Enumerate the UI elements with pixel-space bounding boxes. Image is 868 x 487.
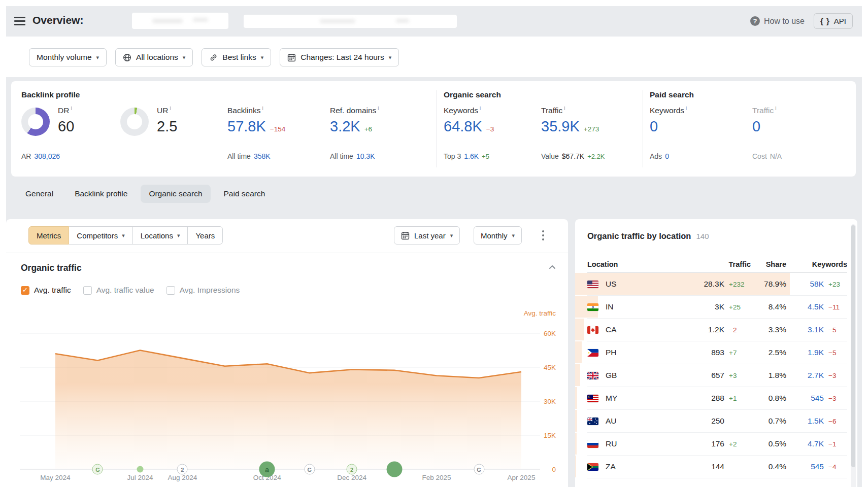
redacted-target-domain[interactable] bbox=[132, 13, 228, 29]
question-circle-icon: ? bbox=[750, 16, 760, 26]
traffic-value: 657 bbox=[685, 371, 724, 380]
paid-traffic-label: Traffic bbox=[752, 106, 774, 115]
toggle-avg-traffic-value[interactable]: Avg. traffic value bbox=[83, 286, 154, 295]
tab-backlink-profile[interactable]: Backlink profile bbox=[66, 185, 136, 203]
country-code: ZA bbox=[606, 462, 685, 471]
timeline-badge-icon[interactable]: 2 bbox=[347, 464, 357, 475]
ar-value[interactable]: 308,026 bbox=[34, 152, 60, 160]
refdomains-value[interactable]: 3.2K bbox=[330, 118, 360, 135]
filter-button-monthly-volume[interactable]: Monthly volume▾ bbox=[29, 48, 107, 66]
keywords-value[interactable]: 4.7K bbox=[786, 439, 824, 448]
keywords-value[interactable]: 1.9K bbox=[786, 348, 824, 357]
how-to-use-link[interactable]: ? How to use bbox=[750, 16, 805, 26]
filter-button-all-locations[interactable]: All locations▾ bbox=[115, 48, 193, 66]
collapse-chevron-icon[interactable] bbox=[548, 263, 557, 272]
toggle-avg-impressions[interactable]: Avg. Impressions bbox=[166, 286, 240, 295]
timeline-dot-icon[interactable] bbox=[386, 462, 402, 477]
redacted-compare-domain[interactable] bbox=[244, 15, 457, 28]
timeline-badge-icon[interactable]: G bbox=[304, 464, 315, 475]
timeline-badge-icon[interactable]: 2 bbox=[177, 464, 188, 475]
location-row-us[interactable]: US28.3K+23278.9%58K+23 bbox=[587, 273, 847, 296]
share-value: 8.4% bbox=[751, 302, 786, 311]
column-header-keywords[interactable]: Keywords bbox=[786, 260, 847, 268]
location-row-ru[interactable]: RU176+20.5%4.7K−1 bbox=[587, 433, 847, 456]
tab-organic-search[interactable]: Organic search bbox=[141, 185, 210, 203]
filter-button-changes-last-24-hours[interactable]: Changes: Last 24 hours▾ bbox=[280, 48, 399, 66]
header-actions: ? How to use { } API bbox=[750, 13, 853, 29]
column-header-traffic[interactable]: Traffic bbox=[685, 260, 751, 268]
timeline-dot-icon[interactable] bbox=[137, 466, 143, 473]
location-row-in[interactable]: IN3K+258.4%4.5K−11 bbox=[587, 296, 847, 319]
date-range-label: Last year bbox=[414, 231, 446, 240]
backlinks-alltime-value[interactable]: 358K bbox=[254, 152, 271, 160]
keywords-value[interactable]: 4.5K bbox=[786, 302, 824, 311]
checkbox-icon[interactable] bbox=[83, 286, 92, 295]
refdomains-alltime-value[interactable]: 10.3K bbox=[356, 152, 375, 160]
au-flag-icon bbox=[587, 418, 606, 425]
keywords-value[interactable]: 2.7K bbox=[786, 371, 824, 380]
api-button[interactable]: { } API bbox=[814, 13, 853, 29]
backlinks-delta: −154 bbox=[270, 125, 285, 133]
toggle-avg-traffic[interactable]: Avg. traffic bbox=[21, 286, 71, 295]
chevron-down-icon: ▾ bbox=[177, 232, 180, 239]
metric-segmented-control: MetricsCompetitors▾Locations▾Years bbox=[28, 226, 223, 245]
column-header-location[interactable]: Location bbox=[587, 260, 685, 268]
paid-keywords-label: Keywords bbox=[650, 106, 684, 115]
location-row-ca[interactable]: CA1.2K−23.3%3.1K−5 bbox=[587, 319, 847, 341]
refdomains-alltime-label: All time bbox=[330, 152, 353, 160]
tab-general[interactable]: General bbox=[17, 185, 61, 203]
tab-paid-search[interactable]: Paid search bbox=[216, 185, 274, 203]
ads-value[interactable]: 0 bbox=[665, 152, 669, 160]
chevron-down-icon: ▾ bbox=[122, 232, 125, 239]
segment-locations[interactable]: Locations▾ bbox=[133, 226, 188, 245]
traffic-delta: +1 bbox=[724, 395, 751, 402]
paid-keywords-value[interactable]: 0 bbox=[650, 118, 658, 135]
y-axis-tick: 30K bbox=[544, 398, 556, 405]
organic-traffic-value[interactable]: 35.9K bbox=[541, 118, 580, 135]
segment-metrics[interactable]: Metrics bbox=[28, 226, 69, 245]
x-axis-tick: Aug 2024 bbox=[159, 474, 205, 481]
page-title: Overview: bbox=[32, 14, 83, 26]
organic-keywords-value[interactable]: 64.8K bbox=[444, 118, 482, 135]
paid-traffic-value[interactable]: 0 bbox=[752, 118, 760, 135]
chevron-down-icon: ▾ bbox=[261, 54, 264, 61]
location-row-my[interactable]: MY288+10.8%545−3 bbox=[587, 387, 847, 410]
keywords-value[interactable]: 1.5K bbox=[786, 416, 824, 426]
filter-button-best-links[interactable]: Best links▾ bbox=[202, 48, 271, 66]
checkbox-icon[interactable] bbox=[166, 286, 175, 295]
scrollbar-thumb[interactable] bbox=[851, 225, 855, 467]
ads-label: Ads bbox=[650, 152, 662, 160]
top3-label: Top 3 bbox=[444, 152, 461, 160]
location-row-au[interactable]: AU2500.7%1.5K−6 bbox=[587, 410, 847, 433]
date-range-button[interactable]: Last year ▾ bbox=[394, 226, 460, 245]
traffic-value: 3K bbox=[685, 302, 724, 311]
dr-label: DR bbox=[58, 106, 69, 115]
menu-icon[interactable] bbox=[14, 17, 25, 25]
top3-value[interactable]: 1.6K bbox=[464, 152, 479, 160]
location-row-za[interactable]: ZA1440.4%545−4 bbox=[587, 456, 847, 478]
ur-value: 2.5 bbox=[157, 118, 177, 135]
interval-button[interactable]: Monthly ▾ bbox=[474, 226, 522, 245]
toggle-label: Avg. traffic bbox=[34, 286, 71, 295]
share-value: 78.9% bbox=[751, 280, 786, 289]
backlinks-value[interactable]: 57.8K bbox=[227, 118, 266, 135]
segment-competitors[interactable]: Competitors▾ bbox=[69, 226, 132, 245]
timeline-badge-icon[interactable]: G bbox=[92, 464, 103, 475]
organic-search-title: Organic search bbox=[444, 90, 501, 99]
scrollbar[interactable] bbox=[851, 224, 856, 487]
timeline-dot-icon[interactable]: a bbox=[259, 462, 275, 477]
overview-page: Overview: ? How to use { } API Monthly v… bbox=[0, 0, 868, 487]
column-header-share[interactable]: Share bbox=[751, 260, 786, 268]
keywords-value[interactable]: 58K bbox=[786, 280, 824, 289]
location-row-ph[interactable]: PH893+72.5%1.9K−5 bbox=[587, 341, 847, 364]
country-code: AU bbox=[606, 416, 685, 426]
more-options-icon[interactable] bbox=[542, 230, 544, 242]
keywords-value[interactable]: 3.1K bbox=[786, 325, 824, 334]
x-axis-tick: Jul 2024 bbox=[117, 474, 163, 481]
location-row-gb[interactable]: GB657+31.8%2.7K−3 bbox=[587, 364, 847, 387]
keywords-value[interactable]: 545 bbox=[786, 462, 824, 471]
timeline-badge-icon[interactable]: G bbox=[474, 464, 484, 475]
checkbox-icon[interactable] bbox=[21, 286, 29, 295]
keywords-value[interactable]: 545 bbox=[786, 394, 824, 403]
segment-years[interactable]: Years bbox=[188, 226, 223, 245]
